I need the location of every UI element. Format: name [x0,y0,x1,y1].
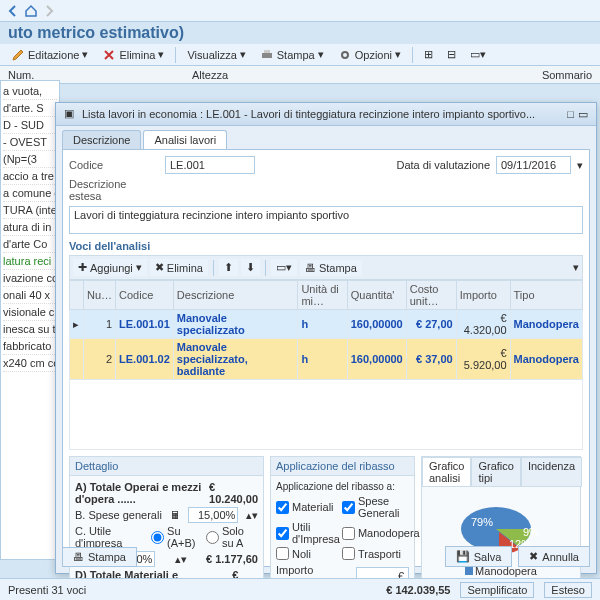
delete-row-button[interactable]: ✖ Elimina [150,259,208,276]
status-count: Presenti 31 voci [8,584,86,596]
list-item[interactable]: a vuota, [3,83,57,100]
options-button[interactable]: Opzioni ▾ [333,46,406,64]
chk-materiali[interactable] [276,501,289,514]
chevron-down-icon[interactable]: ▾ [573,261,579,274]
list-item[interactable]: TURA (inte [3,202,57,219]
page-title: uto metrico estimativo) [0,22,600,44]
chk-utili[interactable] [276,527,289,540]
window-icon: ▣ [64,107,78,121]
gear-icon [338,48,352,62]
codice-input[interactable] [165,156,255,174]
delete-button[interactable]: Elimina ▾ [97,46,169,64]
annulla-button[interactable]: ✖ Annulla [518,546,590,567]
chk-spese[interactable] [342,501,355,514]
dialog-lista-lavori: ▣ Lista lavori in economia : LE.001 - La… [55,102,597,574]
left-tree: a vuota, d'arte. S D - SUD - OVEST (Np=(… [0,80,60,560]
list-item[interactable]: inesca su t [3,321,57,338]
maximize-icon[interactable]: □ [567,108,574,120]
x-icon [102,48,116,62]
list-item[interactable]: visionale c [3,304,57,321]
expand-icon[interactable]: ⊞ [419,46,438,63]
list-item[interactable]: latura reci [3,253,57,270]
spese-input[interactable] [188,507,238,523]
data-label: Data di valutazione [396,159,490,171]
list-item[interactable]: fabbricato [3,338,57,355]
data-input[interactable] [496,156,571,174]
view-button[interactable]: Visualizza ▾ [182,46,250,63]
codice-label: Codice [69,159,159,171]
list-item[interactable]: D - SUD [3,117,57,134]
up-icon[interactable]: ⬆ [219,259,238,276]
printer-icon [260,48,274,62]
list-item[interactable]: accio a tre [3,168,57,185]
list-item[interactable]: d'arte. S [3,100,57,117]
svg-text:79%: 79% [471,516,493,528]
chk-manodopera[interactable] [342,527,355,540]
layout2-icon[interactable]: ▭▾ [271,259,297,276]
edit-button[interactable]: Editazione ▾ [6,46,93,64]
radio-su-ab[interactable] [151,531,164,544]
grid-header-back: Num. Altezza Sommario [0,66,600,84]
status-total: € 142.039,55 [386,584,450,596]
back-icon[interactable] [6,4,20,18]
list-item[interactable]: onali 40 x [3,287,57,304]
pencil-icon [11,48,25,62]
esteso-button[interactable]: Esteso [544,582,592,598]
list-item[interactable]: x240 cm co [3,355,57,372]
stampa-button[interactable]: 🖶 Stampa [62,547,137,567]
svg-point-2 [342,52,348,58]
descest-text[interactable]: Lavori di tinteggiatura recinzione inter… [69,206,583,234]
radio-solo-a[interactable] [206,531,219,544]
list-item[interactable]: d'arte Co [3,236,57,253]
forward-icon[interactable] [42,4,56,18]
salva-button[interactable]: 💾 Salva [445,546,513,567]
main-toolbar: Editazione ▾ Elimina ▾ Visualizza ▾ Stam… [0,44,600,66]
list-item[interactable]: - OVEST [3,134,57,151]
tab-incidenza[interactable]: Incidenza [521,457,582,487]
collapse-icon[interactable]: ⊟ [442,46,461,63]
list-item[interactable]: a comune c [3,185,57,202]
dialog-body: Codice Data di valutazione ▾ Descrizione… [62,149,590,567]
close-icon[interactable]: ▭ [578,108,588,121]
tab-descrizione[interactable]: Descrizione [62,130,141,149]
svg-text:9%: 9% [523,526,539,538]
list-item[interactable]: (Np=(3 [3,151,57,168]
svg-rect-0 [262,53,272,58]
print2-button[interactable]: 🖶 Stampa [300,260,362,276]
down-icon[interactable]: ⬇ [241,259,260,276]
voci-grid[interactable]: Nu…CodiceDescrizione Unità di mi…Quantit… [69,280,583,380]
home-icon[interactable] [24,4,38,18]
table-row[interactable]: ▸1 LE.001.01 Manovale specializzato h 16… [70,310,583,339]
table-row[interactable]: 2 LE.001.02 Manovale specializzato, badi… [70,339,583,380]
descest-label: Descrizione estesa [69,178,159,202]
list-item[interactable]: atura di in [3,219,57,236]
print-button[interactable]: Stampa ▾ [255,46,329,64]
tab-grafico-tipi[interactable]: Grafico tipi [471,457,520,487]
semplificato-button[interactable]: Semplificato [460,582,534,598]
tab-grafico-analisi[interactable]: Grafico analisi [422,457,471,487]
list-item[interactable]: ivazione co [3,270,57,287]
svg-rect-1 [264,50,270,53]
add-button[interactable]: ✚ Aggiungi ▾ [73,259,147,276]
voci-title: Voci dell'analisi [69,240,583,252]
layout-icon[interactable]: ▭▾ [465,46,491,63]
dialog-tabs: Descrizione Analisi lavori [56,126,596,149]
statusbar: Presenti 31 voci € 142.039,55 Semplifica… [0,578,600,600]
tab-analisi[interactable]: Analisi lavori [143,130,227,149]
voci-toolbar: ✚ Aggiungi ▾ ✖ Elimina ⬆ ⬇ ▭▾ 🖶 Stampa ▾ [69,255,583,280]
chevron-down-icon[interactable]: ▾ [577,159,583,172]
dialog-footer: 🖶 Stampa 💾 Salva ✖ Annulla [62,546,590,567]
nav-toolbar [0,0,600,22]
dialog-titlebar: ▣ Lista lavori in economia : LE.001 - La… [56,103,596,126]
